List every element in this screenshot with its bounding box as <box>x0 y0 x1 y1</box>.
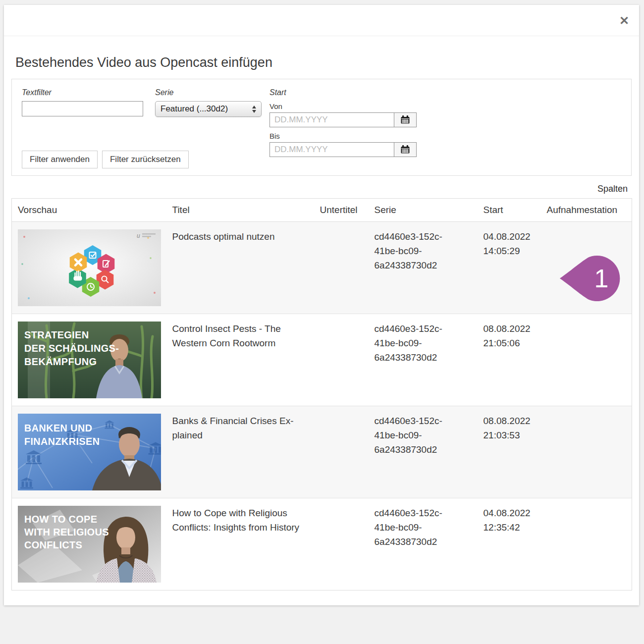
serie-label: Serie <box>155 88 269 97</box>
dialog-header: ✕ <box>4 5 639 36</box>
thumb-caption-line: WITH RELIGIOUS <box>24 527 109 537</box>
dialog-body: Bestehendes Video aus Opencast einfügen … <box>4 54 639 594</box>
svg-text:u: u <box>137 232 140 239</box>
table-row-insect-pests[interactable]: STRATEGIEN DER SCHÄDLINGS- BEKÄMPFUNG Co… <box>12 314 632 406</box>
annotation-marker-1: 1 <box>558 251 623 306</box>
video-title: Banks & Financial Crises Ex­plained <box>172 414 311 442</box>
opencast-insert-dialog: ✕ Bestehendes Video aus Opencast einfüge… <box>4 5 639 605</box>
video-start: 08.08.2022 21:05:06 <box>483 322 539 350</box>
header-start[interactable]: Start <box>478 199 541 222</box>
video-serie: cd4460e3-152c-41be-bc09-6a24338730d2 <box>375 229 454 272</box>
table-row-banks[interactable]: BANKEN UND FINANZKRISEN Banks & Financia… <box>12 406 632 498</box>
apply-filter-button[interactable]: Filter anwenden <box>22 151 98 168</box>
header-serie[interactable]: Serie <box>369 199 478 222</box>
bis-calendar-button[interactable] <box>394 142 417 157</box>
video-serie: cd4460e3-152c-41be-bc09-6a24338730d2 <box>375 322 454 365</box>
thumb-caption-line: CONFLICTS <box>24 539 82 550</box>
calendar-icon <box>400 115 410 125</box>
thumb-caption-line: STRATEGIEN <box>24 329 89 340</box>
page-title: Bestehendes Video aus Opencast einfügen <box>15 54 628 71</box>
video-title: How to Cope with Religious Conflicts: In… <box>172 506 311 535</box>
video-thumbnail-cornfield: STRATEGIEN DER SCHÄDLINGS- BEKÄMPFUNG <box>18 322 161 398</box>
table-row-podcasts[interactable]: u <box>12 222 632 314</box>
video-title: Podcasts optimal nutzen <box>172 229 311 244</box>
close-icon[interactable]: ✕ <box>618 14 630 28</box>
select-arrows-icon <box>252 106 256 113</box>
video-title: Control Insect Pests - The Western Corn … <box>172 322 311 350</box>
serie-select[interactable]: Featured (...30d2) <box>155 101 262 117</box>
video-thumbnail-hexagons: u <box>18 229 161 306</box>
thumb-caption-line: DER SCHÄDLINGS- <box>24 343 119 354</box>
thumb-caption-line: BANKEN UND <box>24 423 92 433</box>
start-von-input[interactable] <box>269 112 394 127</box>
video-thumbnail-conflicts: HOW TO COPE WITH RELIGIOUS CONFLICTS <box>18 506 161 583</box>
von-label: Von <box>269 102 417 110</box>
header-vorschau[interactable]: Vorschau <box>12 199 166 222</box>
textfilter-input[interactable] <box>22 101 143 116</box>
video-serie: cd4460e3-152c-41be-bc09-6a24338730d2 <box>375 506 454 549</box>
serie-select-value: Featured (...30d2) <box>161 104 228 114</box>
columns-toggle[interactable]: Spalten <box>11 184 628 194</box>
annotation-marker-label: 1 <box>594 264 609 293</box>
page-background: ✕ Bestehendes Video aus Opencast einfüge… <box>0 0 644 644</box>
filter-panel: Textfilter Serie Featured (...30d2) Star… <box>11 79 632 176</box>
header-aufnahmestation[interactable]: Aufnahmestation <box>541 199 632 222</box>
calendar-icon <box>400 145 410 155</box>
thumb-caption-line: HOW TO COPE <box>24 514 97 525</box>
bis-label: Bis <box>269 132 417 140</box>
start-bis-field <box>269 142 417 157</box>
header-untertitel[interactable]: Untertitel <box>314 199 369 222</box>
table-header-row: Vorschau Titel Untertitel Serie Start Au… <box>12 199 632 222</box>
start-filter-label: Start <box>269 88 417 97</box>
thumb-caption-line: FINANZKRISEN <box>24 436 100 447</box>
start-bis-input[interactable] <box>269 142 394 157</box>
annotation-marker-shape <box>560 256 620 301</box>
start-von-field <box>269 112 417 127</box>
video-start: 04.08.2022 12:35:42 <box>483 506 539 535</box>
video-start: 04.08.2022 14:05:29 <box>483 229 539 258</box>
video-start: 08.08.2022 21:03:53 <box>483 414 539 442</box>
textfilter-label: Textfilter <box>22 88 155 97</box>
reset-filter-button[interactable]: Filter zurücksetzen <box>102 151 189 168</box>
thumb-caption-line: BEKÄMPFUNG <box>24 356 97 367</box>
video-thumbnail-banks: BANKEN UND FINANZKRISEN <box>18 414 161 490</box>
table-row-religious-conflicts[interactable]: HOW TO COPE WITH RELIGIOUS CONFLICTS How… <box>12 498 632 590</box>
video-table: Vorschau Titel Untertitel Serie Start Au… <box>11 198 632 590</box>
video-serie: cd4460e3-152c-41be-bc09-6a24338730d2 <box>375 414 454 457</box>
von-calendar-button[interactable] <box>394 112 417 127</box>
header-titel[interactable]: Titel <box>166 199 314 222</box>
